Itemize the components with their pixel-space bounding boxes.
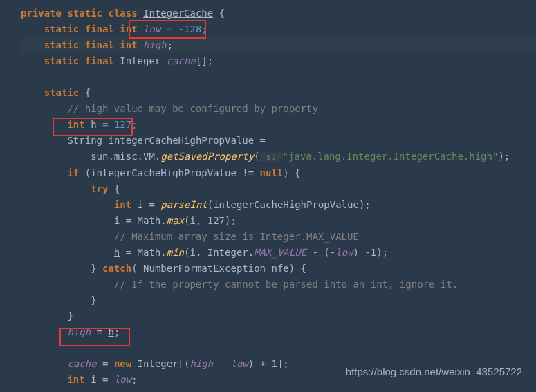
code-line: if (integerCacheHighPropValue != null) { [21, 165, 536, 181]
code-line: i = Math.max(i, 127); [21, 213, 536, 229]
watermark: https://blog.csdn.net/weixin_43525722 [346, 364, 522, 380]
code-line: static final int low = -128; [21, 21, 536, 37]
code-line-current: static final int high; [21, 37, 536, 53]
code-line: } [21, 308, 536, 324]
code-line: high = h; [21, 324, 536, 340]
code-line: static { [21, 85, 536, 101]
code-editor[interactable]: private static class IntegerCache { stat… [0, 0, 536, 388]
code-line: // If the property cannot be parsed into… [21, 277, 536, 292]
code-line [21, 69, 536, 85]
code-line: // Maximum array size is Integer.MAX_VAL… [21, 229, 536, 245]
code-line: private static class IntegerCache { [21, 6, 536, 21]
code-line: sun.misc.VM.getSavedProperty( s: "java.l… [21, 149, 536, 165]
code-line: // high value may be configured by prope… [21, 101, 536, 117]
code-line: static final Integer cache[]; [21, 53, 536, 69]
code-line: } [21, 292, 536, 308]
code-line: } catch( NumberFormatException nfe) { [21, 261, 536, 277]
code-line [21, 340, 536, 356]
code-line: int h = 127; [21, 117, 536, 133]
code-line: try { [21, 181, 536, 197]
code-line: h = Math.min(i, Integer.MAX_VALUE - (-lo… [21, 245, 536, 261]
code-line: String integerCacheHighPropValue = [21, 133, 536, 149]
code-line: int i = parseInt(integerCacheHighPropVal… [21, 197, 536, 213]
